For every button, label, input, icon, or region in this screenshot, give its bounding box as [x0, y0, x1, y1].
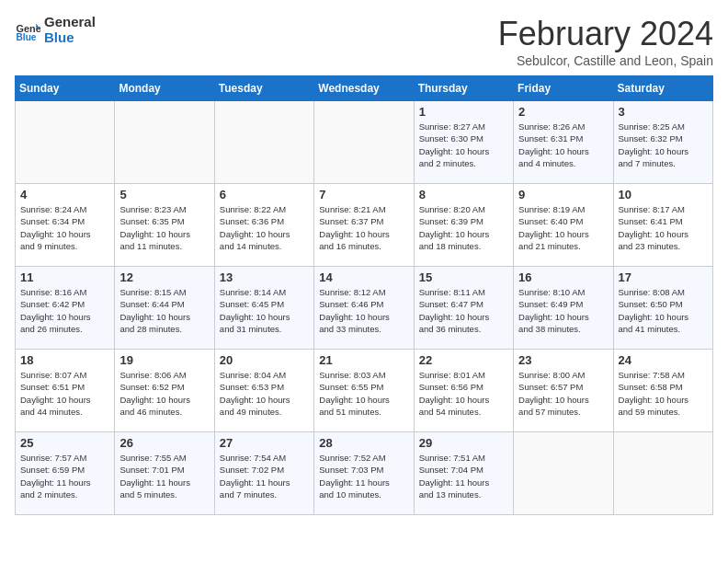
- day-number: 5: [119, 188, 209, 201]
- day-number: 11: [20, 270, 109, 284]
- calendar-week-3: 11Sunrise: 8:16 AM Sunset: 6:42 PM Dayli…: [16, 267, 713, 350]
- day-info: Sunrise: 8:00 AM Sunset: 6:57 PM Dayligh…: [518, 369, 608, 418]
- calendar-cell: 12Sunrise: 8:15 AM Sunset: 6:44 PM Dayli…: [115, 267, 214, 350]
- calendar-cell: 21Sunrise: 8:03 AM Sunset: 6:55 PM Dayli…: [314, 350, 414, 432]
- svg-text:Blue: Blue: [17, 31, 37, 41]
- day-number: 21: [319, 353, 408, 367]
- day-info: Sunrise: 8:11 AM Sunset: 6:47 PM Dayligh…: [419, 286, 508, 335]
- day-info: Sunrise: 8:03 AM Sunset: 6:55 PM Dayligh…: [319, 369, 408, 418]
- day-info: Sunrise: 8:17 AM Sunset: 6:41 PM Dayligh…: [619, 203, 708, 252]
- weekday-header-wednesday: Wednesday: [314, 76, 414, 101]
- day-number: 27: [220, 436, 309, 450]
- day-number: 2: [518, 105, 608, 119]
- calendar-cell: 29Sunrise: 7:51 AM Sunset: 7:04 PM Dayli…: [414, 432, 513, 515]
- weekday-header-row: SundayMondayTuesdayWednesdayThursdayFrid…: [16, 76, 713, 101]
- weekday-header-friday: Friday: [514, 76, 613, 101]
- day-number: 3: [619, 105, 708, 119]
- calendar-week-5: 25Sunrise: 7:57 AM Sunset: 6:59 PM Dayli…: [16, 432, 713, 515]
- calendar-cell: 23Sunrise: 8:00 AM Sunset: 6:57 PM Dayli…: [514, 350, 613, 432]
- day-number: 12: [119, 270, 209, 284]
- day-info: Sunrise: 8:10 AM Sunset: 6:49 PM Dayligh…: [518, 286, 608, 335]
- calendar-week-2: 4Sunrise: 8:24 AM Sunset: 6:34 PM Daylig…: [16, 184, 713, 267]
- calendar-cell: 10Sunrise: 8:17 AM Sunset: 6:41 PM Dayli…: [613, 184, 712, 267]
- calendar-cell: 1Sunrise: 8:27 AM Sunset: 6:30 PM Daylig…: [414, 101, 513, 184]
- day-info: Sunrise: 8:25 AM Sunset: 6:32 PM Dayligh…: [619, 121, 708, 169]
- day-number: 22: [419, 353, 508, 367]
- calendar-cell: 27Sunrise: 7:54 AM Sunset: 7:02 PM Dayli…: [214, 432, 313, 515]
- day-info: Sunrise: 8:27 AM Sunset: 6:30 PM Dayligh…: [419, 121, 508, 169]
- calendar-cell: 24Sunrise: 7:58 AM Sunset: 6:58 PM Dayli…: [613, 350, 712, 432]
- location-subtitle: Sebulcor, Castille and Leon, Spain: [498, 53, 713, 68]
- calendar-cell: 3Sunrise: 8:25 AM Sunset: 6:32 PM Daylig…: [613, 101, 712, 184]
- day-number: 18: [20, 353, 109, 367]
- calendar-cell: [314, 101, 414, 184]
- day-info: Sunrise: 8:24 AM Sunset: 6:34 PM Dayligh…: [20, 203, 109, 252]
- day-number: 25: [20, 436, 109, 450]
- day-info: Sunrise: 7:57 AM Sunset: 6:59 PM Dayligh…: [20, 452, 109, 500]
- weekday-header-saturday: Saturday: [613, 76, 712, 101]
- day-info: Sunrise: 8:12 AM Sunset: 6:46 PM Dayligh…: [319, 286, 408, 335]
- calendar-cell: 18Sunrise: 8:07 AM Sunset: 6:51 PM Dayli…: [16, 350, 115, 432]
- calendar-cell: 28Sunrise: 7:52 AM Sunset: 7:03 PM Dayli…: [314, 432, 414, 515]
- day-number: 1: [419, 105, 508, 119]
- calendar-cell: 8Sunrise: 8:20 AM Sunset: 6:39 PM Daylig…: [414, 184, 513, 267]
- day-info: Sunrise: 8:08 AM Sunset: 6:50 PM Dayligh…: [619, 286, 708, 335]
- day-info: Sunrise: 8:26 AM Sunset: 6:31 PM Dayligh…: [518, 121, 608, 169]
- day-info: Sunrise: 7:51 AM Sunset: 7:04 PM Dayligh…: [419, 452, 508, 500]
- day-number: 19: [119, 353, 209, 367]
- logo: General Blue General Blue: [15, 15, 96, 45]
- day-number: 6: [220, 188, 309, 201]
- day-info: Sunrise: 7:54 AM Sunset: 7:02 PM Dayligh…: [220, 452, 309, 500]
- month-title: February 2024: [498, 15, 713, 53]
- calendar-cell: 9Sunrise: 8:19 AM Sunset: 6:40 PM Daylig…: [514, 184, 613, 267]
- logo-line2: Blue: [44, 30, 96, 46]
- day-info: Sunrise: 8:01 AM Sunset: 6:56 PM Dayligh…: [419, 369, 508, 418]
- calendar-table: SundayMondayTuesdayWednesdayThursdayFrid…: [15, 75, 713, 515]
- calendar-cell: 15Sunrise: 8:11 AM Sunset: 6:47 PM Dayli…: [414, 267, 513, 350]
- day-info: Sunrise: 8:06 AM Sunset: 6:52 PM Dayligh…: [119, 369, 209, 418]
- day-number: 16: [518, 270, 608, 284]
- calendar-cell: 6Sunrise: 8:22 AM Sunset: 6:36 PM Daylig…: [214, 184, 313, 267]
- day-number: 28: [319, 436, 408, 450]
- calendar-week-4: 18Sunrise: 8:07 AM Sunset: 6:51 PM Dayli…: [16, 350, 713, 432]
- calendar-cell: 2Sunrise: 8:26 AM Sunset: 6:31 PM Daylig…: [514, 101, 613, 184]
- day-info: Sunrise: 7:52 AM Sunset: 7:03 PM Dayligh…: [319, 452, 408, 500]
- calendar-week-1: 1Sunrise: 8:27 AM Sunset: 6:30 PM Daylig…: [16, 101, 713, 184]
- day-info: Sunrise: 8:14 AM Sunset: 6:45 PM Dayligh…: [220, 286, 309, 335]
- day-info: Sunrise: 7:58 AM Sunset: 6:58 PM Dayligh…: [619, 369, 708, 418]
- logo-icon: General Blue: [15, 17, 40, 43]
- day-info: Sunrise: 8:22 AM Sunset: 6:36 PM Dayligh…: [220, 203, 309, 252]
- calendar-cell: 19Sunrise: 8:06 AM Sunset: 6:52 PM Dayli…: [115, 350, 214, 432]
- day-number: 13: [220, 270, 309, 284]
- day-info: Sunrise: 8:23 AM Sunset: 6:35 PM Dayligh…: [119, 203, 209, 252]
- calendar-cell: 5Sunrise: 8:23 AM Sunset: 6:35 PM Daylig…: [115, 184, 214, 267]
- day-number: 7: [319, 188, 408, 201]
- day-number: 10: [619, 188, 708, 201]
- day-info: Sunrise: 7:55 AM Sunset: 7:01 PM Dayligh…: [119, 452, 209, 500]
- day-info: Sunrise: 8:20 AM Sunset: 6:39 PM Dayligh…: [419, 203, 508, 252]
- calendar-cell: 20Sunrise: 8:04 AM Sunset: 6:53 PM Dayli…: [214, 350, 313, 432]
- calendar-cell: 22Sunrise: 8:01 AM Sunset: 6:56 PM Dayli…: [414, 350, 513, 432]
- calendar-cell: 13Sunrise: 8:14 AM Sunset: 6:45 PM Dayli…: [214, 267, 313, 350]
- day-info: Sunrise: 8:19 AM Sunset: 6:40 PM Dayligh…: [518, 203, 608, 252]
- day-number: 15: [419, 270, 508, 284]
- day-number: 24: [619, 353, 708, 367]
- calendar-cell: [115, 101, 214, 184]
- day-number: 20: [220, 353, 309, 367]
- title-section: February 2024 Sebulcor, Castille and Leo…: [498, 15, 713, 68]
- page-header: General Blue General Blue February 2024 …: [15, 15, 713, 68]
- calendar-cell: [16, 101, 115, 184]
- day-number: 8: [419, 188, 508, 201]
- day-number: 26: [119, 436, 209, 450]
- day-number: 17: [619, 270, 708, 284]
- calendar-cell: 17Sunrise: 8:08 AM Sunset: 6:50 PM Dayli…: [613, 267, 712, 350]
- logo-line1: General: [44, 15, 96, 30]
- calendar-cell: 14Sunrise: 8:12 AM Sunset: 6:46 PM Dayli…: [314, 267, 414, 350]
- weekday-header-monday: Monday: [115, 76, 214, 101]
- calendar-cell: [514, 432, 613, 515]
- day-info: Sunrise: 8:04 AM Sunset: 6:53 PM Dayligh…: [220, 369, 309, 418]
- day-number: 23: [518, 353, 608, 367]
- weekday-header-thursday: Thursday: [414, 76, 513, 101]
- day-info: Sunrise: 8:21 AM Sunset: 6:37 PM Dayligh…: [319, 203, 408, 252]
- day-number: 9: [518, 188, 608, 201]
